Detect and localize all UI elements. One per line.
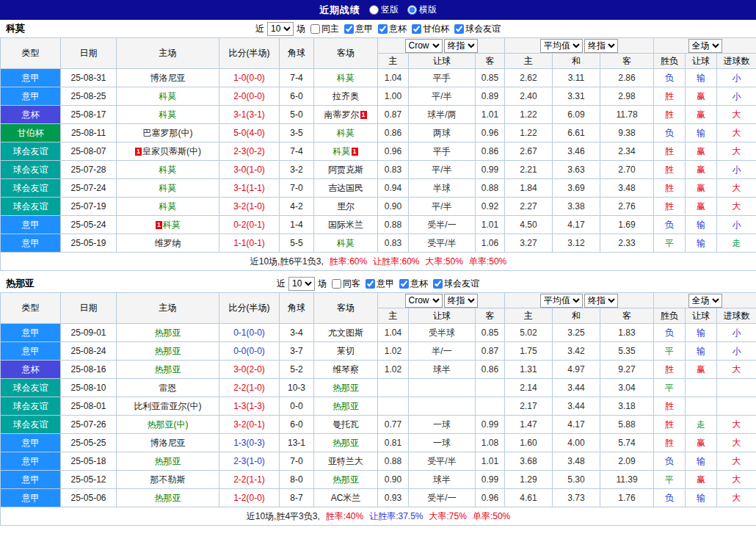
column-header: 主场: [117, 38, 219, 69]
average-odds-cell: 11.39: [600, 471, 654, 489]
filter-checkbox[interactable]: [454, 24, 464, 34]
score-cell: 3-1(1-1): [219, 179, 280, 198]
match-type-cell: 球会友谊: [1, 179, 61, 198]
filter-checkbox-option[interactable]: 意杯: [374, 23, 407, 35]
filter-checkbox-option[interactable]: 意甲: [362, 278, 394, 290]
crown-odds-cell: 1.04: [378, 324, 409, 342]
average-odds-cell: 5.74: [600, 434, 654, 452]
team-name-text: 阿贾克斯: [328, 164, 363, 175]
odds-group-select[interactable]: 终指: [444, 294, 478, 308]
result-cell: 平: [654, 471, 686, 489]
average-odds-cell: 3.04: [600, 379, 654, 397]
odds-group-select[interactable]: 全场: [688, 294, 722, 308]
date-cell: 25-05-24: [61, 216, 117, 234]
score-cell: 2-3(0-2): [219, 142, 280, 161]
odds-group-select[interactable]: 终指: [444, 39, 478, 53]
column-header: 比分(半场): [219, 38, 280, 69]
team-name-text: 热那亚: [155, 456, 181, 466]
result-cell: 赢: [686, 434, 717, 452]
result-cell: 小: [717, 161, 756, 179]
filter-checkbox-option[interactable]: 意甲: [341, 23, 373, 35]
corner-cell: 3-5: [280, 124, 314, 142]
odds-group-select[interactable]: 平均值: [540, 294, 583, 308]
filter-checkbox[interactable]: [399, 279, 409, 289]
team-name-text: 科莫: [333, 146, 351, 156]
odds-group-header: 全场: [654, 38, 756, 54]
filter-checkbox-option[interactable]: 球会友谊: [429, 278, 479, 290]
filter-checkbox[interactable]: [433, 279, 443, 289]
layout-option-vertical[interactable]: 竖版: [369, 4, 399, 16]
corner-cell: 8-7: [280, 489, 314, 507]
team-name-text: 热那亚(中): [148, 419, 189, 430]
result-cell: 胜: [654, 87, 686, 106]
summary-stat: 让胜率:60%: [373, 256, 419, 267]
odds-group-select[interactable]: 全场: [688, 39, 722, 53]
horizontal-radio-label: 横版: [419, 4, 437, 16]
odds-group-select[interactable]: Crow: [405, 294, 443, 308]
score-cell: 2-2(1-1): [219, 471, 280, 489]
crown-odds-cell: 两球: [409, 124, 476, 142]
average-odds-cell: 4.17: [553, 216, 600, 234]
filter-checkbox[interactable]: [378, 24, 388, 34]
team-name: 热那亚: [6, 277, 34, 290]
column-header: 胜负: [654, 308, 686, 324]
result-cell: 输: [686, 489, 717, 507]
red-card-badge: 1: [156, 221, 162, 229]
vertical-radio-input[interactable]: [369, 5, 379, 15]
match-count-select[interactable]: 10: [288, 277, 315, 291]
filter-checkbox[interactable]: [344, 24, 354, 34]
result-cell: 大: [717, 198, 756, 216]
crown-odds-cell: 1.01: [476, 216, 505, 234]
odds-group-select[interactable]: 终指: [584, 39, 618, 53]
filter-checkbox[interactable]: [366, 279, 375, 289]
crown-odds-cell: 受平/半: [409, 452, 476, 471]
filter-checkbox-option[interactable]: 同主: [307, 23, 339, 35]
match-type-cell: 意甲: [1, 434, 61, 452]
filter-checkbox-label: 球会友谊: [444, 278, 479, 290]
result-cell: 负: [654, 69, 686, 87]
home-team-cell: 科莫: [117, 179, 219, 198]
summary-stat: 大率:50%: [426, 256, 463, 267]
filter-checkbox[interactable]: [310, 24, 320, 34]
section-header: 热那亚近10场同客意甲意杯球会友谊: [0, 275, 756, 292]
header-row-groups: 类型日期主场比分(半场)角球客场Crow终指平均值终指全场: [1, 38, 756, 54]
score-cell: 2-3(1-0): [219, 452, 280, 471]
team-section: 科莫近10场同主意甲意杯甘伯杯球会友谊类型日期主场比分(半场)角球客场Crow终…: [0, 20, 756, 271]
horizontal-radio-input[interactable]: [407, 5, 417, 15]
filter-checkbox-option[interactable]: 球会友谊: [451, 23, 501, 35]
filter-checkbox-label: 同主: [321, 23, 339, 35]
team-name-text: 科莫: [159, 201, 177, 211]
result-cell: 输: [686, 216, 717, 234]
match-count-select[interactable]: 10: [267, 22, 294, 36]
column-header: 客: [476, 308, 505, 324]
filter-checkbox[interactable]: [332, 279, 341, 289]
table-row: 球会友谊25-08-10雷恩2-2(1-0)10-3热那亚2.143.443.0…: [1, 379, 756, 397]
summary-row: 近10场,胜6平1负3,胜率:60%让胜率:60%大率:50%单率:50%: [1, 253, 756, 271]
odds-group-header: 全场: [654, 293, 756, 308]
average-odds-cell: 1.75: [505, 342, 553, 361]
team-name-text: 科莫: [337, 73, 355, 83]
column-header: 和: [553, 54, 600, 69]
corner-cell: 7-4: [280, 142, 314, 161]
away-team-cell: 热那亚: [314, 434, 378, 452]
crown-odds-cell: 0.81: [378, 434, 409, 452]
odds-group-select[interactable]: Crow: [405, 39, 443, 53]
average-odds-cell: 3.69: [553, 179, 600, 198]
date-cell: 25-05-18: [61, 452, 117, 471]
filter-checkbox-option[interactable]: 甘伯杯: [408, 23, 449, 35]
layout-option-horizontal[interactable]: 横版: [407, 4, 437, 16]
filter-checkbox-option[interactable]: 意杯: [396, 278, 428, 290]
filter-checkbox[interactable]: [412, 24, 421, 34]
filter-checkbox-option[interactable]: 同客: [328, 278, 360, 290]
away-team-cell: 国际米兰: [314, 216, 378, 234]
result-cell: 胜: [654, 161, 686, 179]
match-type-cell: 球会友谊: [1, 416, 61, 434]
crown-odds-cell: 0.96: [476, 489, 505, 507]
odds-group-select[interactable]: 终指: [584, 294, 618, 308]
score-cell: 1-2(0-0): [219, 489, 280, 507]
odds-group-select[interactable]: 平均值: [540, 39, 583, 53]
average-odds-cell: 5.30: [553, 471, 600, 489]
home-team-cell: 科莫: [117, 161, 219, 179]
average-odds-cell: 1.29: [505, 471, 553, 489]
summary-cell: 近10场,胜6平1负3,胜率:60%让胜率:60%大率:50%单率:50%: [1, 253, 756, 271]
